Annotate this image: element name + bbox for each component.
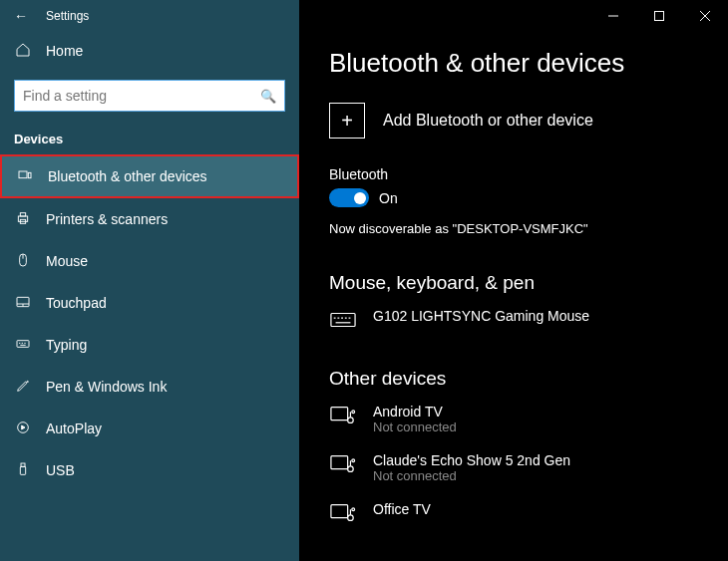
maximize-button[interactable] <box>636 0 682 32</box>
device-name: Android TV <box>373 404 457 420</box>
sidebar: ← Settings Home 🔍 Devices Bluetooth & ot… <box>0 0 299 561</box>
device-text: Claude's Echo Show 5 2nd Gen Not connect… <box>373 452 570 483</box>
nav-label: AutoPlay <box>46 421 102 436</box>
svg-point-32 <box>348 418 354 423</box>
close-button[interactable] <box>682 0 728 32</box>
home-icon <box>14 42 32 61</box>
device-status: Not connected <box>373 468 570 483</box>
discoverable-text: Now discoverable as "DESKTOP-VSMFJKC" <box>329 221 728 236</box>
media-device-icon <box>329 454 357 474</box>
svg-rect-2 <box>18 216 27 221</box>
svg-marker-17 <box>22 425 25 429</box>
nav-label: Printers & scanners <box>46 211 168 227</box>
nav-autoplay[interactable]: AutoPlay <box>0 408 299 449</box>
svg-point-33 <box>352 411 355 414</box>
nav-label: Typing <box>46 337 87 353</box>
minimize-button[interactable] <box>590 0 636 32</box>
main-panel: Bluetooth & other devices + Add Bluetoot… <box>299 0 728 561</box>
bluetooth-state: On <box>379 190 398 206</box>
media-device-icon <box>329 503 357 523</box>
nav-bluetooth[interactable]: Bluetooth & other devices <box>0 154 299 198</box>
titlebar: ← Settings <box>0 0 299 32</box>
bluetooth-toggle-row: On <box>329 188 728 207</box>
svg-rect-34 <box>331 456 348 469</box>
device-text: G102 LIGHTSYNC Gaming Mouse <box>373 308 589 324</box>
keyboard-icon <box>329 310 357 330</box>
page-title: Bluetooth & other devices <box>329 48 728 79</box>
bluetooth-label: Bluetooth <box>329 166 728 182</box>
device-row[interactable]: Claude's Echo Show 5 2nd Gen Not connect… <box>329 452 728 483</box>
devices-icon <box>16 167 34 186</box>
search-box[interactable]: 🔍 <box>14 80 285 112</box>
svg-rect-18 <box>21 463 25 466</box>
svg-rect-24 <box>331 314 355 327</box>
svg-point-15 <box>27 381 28 382</box>
device-name: G102 LIGHTSYNC Gaming Mouse <box>373 308 589 324</box>
autoplay-icon <box>14 420 32 438</box>
search-icon: 🔍 <box>260 89 276 104</box>
device-row[interactable]: G102 LIGHTSYNC Gaming Mouse <box>329 308 728 330</box>
plus-icon: + <box>329 103 365 139</box>
printer-icon <box>14 210 32 229</box>
window-controls <box>590 0 728 32</box>
touchpad-icon <box>14 294 32 313</box>
svg-rect-10 <box>17 340 29 347</box>
svg-point-38 <box>348 515 354 521</box>
keyboard-icon <box>14 336 32 355</box>
add-device-label: Add Bluetooth or other device <box>383 112 593 130</box>
device-status: Not connected <box>373 420 457 434</box>
nav-list: Bluetooth & other devices Printers & sca… <box>0 154 299 561</box>
svg-rect-3 <box>20 212 25 215</box>
bluetooth-toggle[interactable] <box>329 188 369 207</box>
device-text: Android TV Not connected <box>373 404 457 434</box>
section-mouse-keyboard: Mouse, keyboard, & pen <box>329 272 728 294</box>
nav-typing[interactable]: Typing <box>0 324 299 366</box>
nav-pen[interactable]: Pen & Windows Ink <box>0 366 299 408</box>
app-title: Settings <box>46 9 89 23</box>
device-name: Claude's Echo Show 5 2nd Gen <box>373 452 570 468</box>
device-row[interactable]: Android TV Not connected <box>329 404 728 434</box>
section-other-devices: Other devices <box>329 368 728 390</box>
mouse-icon <box>14 252 32 271</box>
nav-home[interactable]: Home <box>0 32 299 70</box>
media-device-icon <box>329 406 357 425</box>
svg-point-36 <box>352 459 355 462</box>
svg-rect-31 <box>331 408 348 421</box>
nav-home-label: Home <box>46 43 83 59</box>
svg-rect-19 <box>20 466 25 474</box>
pen-icon <box>14 378 32 397</box>
svg-point-35 <box>348 466 354 472</box>
nav-label: Touchpad <box>46 295 107 311</box>
device-text: Office TV <box>373 501 431 517</box>
back-arrow-icon[interactable]: ← <box>14 8 28 24</box>
svg-rect-37 <box>331 505 348 518</box>
add-device-button[interactable]: + Add Bluetooth or other device <box>329 103 728 139</box>
usb-icon <box>14 461 32 480</box>
nav-touchpad[interactable]: Touchpad <box>0 282 299 324</box>
svg-rect-0 <box>19 171 27 178</box>
nav-label: Mouse <box>46 253 88 269</box>
device-name: Office TV <box>373 501 431 517</box>
nav-usb[interactable]: USB <box>0 449 299 491</box>
svg-rect-1 <box>28 172 31 177</box>
svg-rect-21 <box>655 12 664 21</box>
svg-point-39 <box>352 508 355 511</box>
device-row[interactable]: Office TV <box>329 501 728 523</box>
nav-mouse[interactable]: Mouse <box>0 240 299 282</box>
nav-label: Pen & Windows Ink <box>46 379 167 395</box>
section-label: Devices <box>0 118 299 154</box>
nav-printers[interactable]: Printers & scanners <box>0 198 299 240</box>
toggle-knob <box>354 192 366 204</box>
nav-label: Bluetooth & other devices <box>48 168 207 184</box>
nav-label: USB <box>46 462 75 478</box>
search-input[interactable] <box>23 88 260 104</box>
